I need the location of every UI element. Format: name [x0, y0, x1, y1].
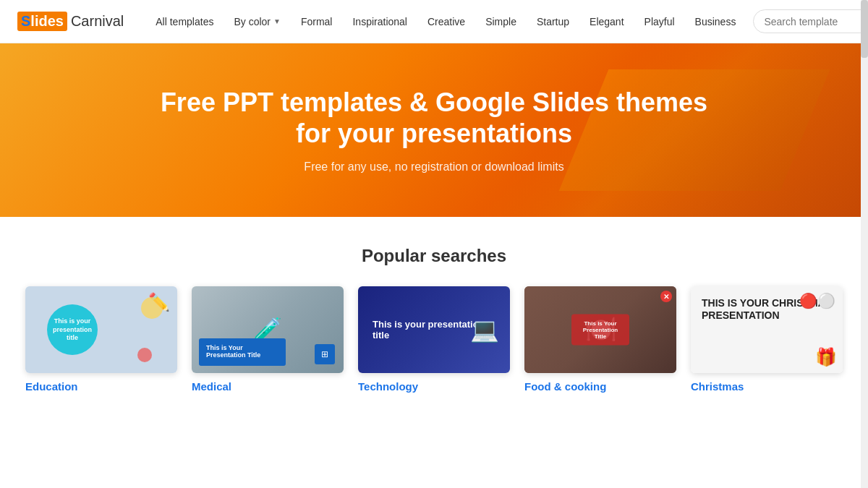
med-slide-title: This is Your Presentation Title [206, 344, 278, 359]
card-food-image: 🍽️ This is Your Presentation Title ✕ [524, 286, 676, 373]
xmas-bg: THIS IS YOUR CHRISTMAS PRESENTATION 🔴⚪ 🎁 [691, 286, 843, 373]
search-input[interactable] [764, 16, 858, 27]
scrollbar-thumb[interactable] [861, 0, 868, 58]
header: Slides Carnival All templates By color ▼… [0, 0, 868, 43]
nav-business[interactable]: Business [686, 10, 745, 33]
nav-all-templates[interactable]: All templates [147, 10, 222, 33]
edu-circle: This is your presentation title [47, 304, 98, 355]
hero-title: Free PPT templates & Google Slides theme… [145, 87, 723, 149]
popular-searches-title: Popular searches [29, 246, 839, 266]
nav-startup[interactable]: Startup [528, 10, 578, 33]
nav-elegant[interactable]: Elegant [581, 10, 632, 33]
card-food[interactable]: 🍽️ This is Your Presentation Title ✕ Foo… [524, 286, 676, 393]
card-education-image: This is your presentation title [25, 286, 177, 373]
nav-by-color-label: By color [234, 16, 271, 27]
by-color-dropdown-arrow: ▼ [273, 17, 281, 25]
nav-playful[interactable]: Playful [636, 10, 684, 33]
card-technology-image: This is your presentation title 💻 [358, 286, 510, 373]
popular-section: Popular searches This is your presentati… [0, 217, 868, 416]
logo-slides-orange: Slides [17, 12, 67, 31]
logo-lides-white: lides [30, 13, 64, 29]
card-medical-label: Medical [192, 380, 231, 393]
card-medical-image: 🧪 This is Your Presentation Title ⊞ [192, 286, 344, 373]
edu-bg: This is your presentation title [25, 286, 177, 373]
med-icon-btn: ⊞ [315, 344, 335, 364]
food-badge: This is Your Presentation Title [571, 314, 629, 346]
logo-slides-text: Slides [17, 12, 68, 31]
nav-creative[interactable]: Creative [419, 10, 474, 33]
card-technology[interactable]: This is your presentation title 💻 Techno… [358, 286, 510, 393]
tech-bg: This is your presentation title 💻 [358, 286, 510, 373]
nav-by-color[interactable]: By color ▼ [225, 10, 289, 33]
card-medical[interactable]: 🧪 This is Your Presentation Title ⊞ Medi… [192, 286, 344, 393]
xmas-gift-icon: 🎁 [815, 347, 837, 367]
card-technology-label: Technology [358, 380, 418, 393]
scrollbar-track [861, 0, 868, 416]
nav-inspirational[interactable]: Inspirational [344, 10, 416, 33]
xmas-baubles-icon: 🔴⚪ [799, 292, 835, 309]
card-education-label: Education [25, 380, 78, 393]
logo-carnival-text: Carnival [71, 13, 124, 30]
logo[interactable]: Slides Carnival [17, 12, 124, 31]
card-christmas[interactable]: THIS IS YOUR CHRISTMAS PRESENTATION 🔴⚪ 🎁… [691, 286, 843, 393]
food-bg: 🍽️ This is Your Presentation Title ✕ [524, 286, 676, 373]
cards-grid: This is your presentation title Educatio… [29, 286, 839, 393]
card-education[interactable]: This is your presentation title Educatio… [25, 286, 177, 393]
hero-subtitle: Free for any use, no registration or dow… [304, 160, 563, 174]
nav-formal[interactable]: Formal [292, 10, 341, 33]
search-container: 🔍 [753, 9, 868, 33]
edu-circle-text: This is your presentation title [47, 314, 98, 346]
med-bg: 🧪 This is Your Presentation Title ⊞ [192, 286, 344, 373]
card-food-label: Food & cooking [524, 380, 606, 393]
hero-banner: Free PPT templates & Google Slides theme… [0, 43, 868, 217]
logo-s-blue: S [21, 13, 30, 29]
card-christmas-image: THIS IS YOUR CHRISTMAS PRESENTATION 🔴⚪ 🎁 [691, 286, 843, 373]
card-christmas-label: Christmas [691, 380, 744, 393]
tech-laptop-icon: 💻 [470, 316, 499, 343]
main-nav: All templates By color ▼ Formal Inspirat… [147, 10, 744, 33]
med-slide-overlay: This is Your Presentation Title [199, 338, 286, 366]
nav-simple[interactable]: Simple [477, 10, 525, 33]
